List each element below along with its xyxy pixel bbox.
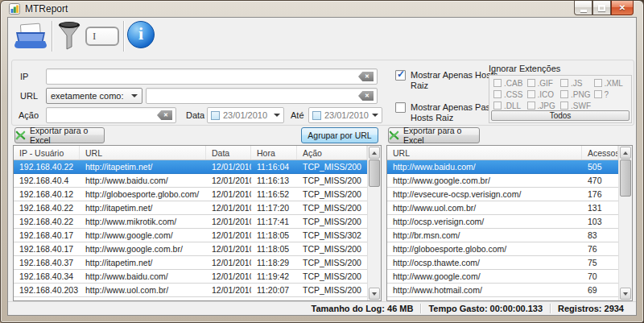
table-row[interactable]: 192.168.40.12http://globoesporte.globo.c…: [14, 188, 367, 201]
export-excel-right-button[interactable]: Exportar para o Excel: [388, 127, 480, 143]
checkbox-checked-icon: [395, 70, 406, 81]
table-cell: 11:16:04: [251, 160, 297, 173]
table-cell: http://itapetim.net/: [80, 160, 206, 173]
scrollbar-thumb[interactable]: [620, 159, 631, 197]
extension-checkbox-dll[interactable]: .DLL: [493, 101, 527, 110]
clear-acao-icon[interactable]: [157, 110, 172, 120]
extension-checkbox-other[interactable]: ?: [594, 89, 628, 99]
url-input[interactable]: [146, 88, 378, 104]
date-to-picker[interactable]: 23/01/2010: [308, 107, 382, 123]
table-row[interactable]: http://ocsp.verisign.com/103: [387, 215, 618, 229]
date-from-picker[interactable]: 23/01/2010: [207, 107, 284, 123]
extension-checkbox-cab[interactable]: .CAB: [493, 78, 527, 88]
minimize-button[interactable]: [574, 1, 592, 15]
table-cell: TCP_MISS/200: [297, 256, 367, 269]
column-header[interactable]: URL: [80, 146, 206, 159]
vertical-scrollbar[interactable]: [367, 146, 381, 300]
table-row[interactable]: http://www.google.com/70: [387, 270, 618, 284]
extension-checkbox-xml[interactable]: .XML: [594, 78, 628, 88]
table-cell: 11:18:05: [251, 229, 297, 242]
table-cell: 75: [582, 256, 618, 269]
table-row[interactable]: 192.168.40.203http://www.uol.com.br/12/0…: [14, 284, 367, 297]
scrollbar-thumb[interactable]: [369, 159, 380, 187]
table-row[interactable]: 192.168.40.203http://www.uol.com.br/12/0…: [14, 297, 367, 300]
open-log-icon[interactable]: [13, 21, 48, 52]
table-cell: TCP_MISS/302: [297, 229, 367, 242]
close-button[interactable]: [611, 1, 634, 15]
table-cell: TCP_MISS/200: [297, 160, 367, 173]
column-header[interactable]: Acessos: [582, 146, 618, 159]
extension-checkbox-css[interactable]: .CSS: [493, 89, 527, 99]
extension-label: ?: [605, 90, 609, 99]
column-header[interactable]: Hora: [251, 146, 297, 159]
table-row[interactable]: 192.168.40.22http://itapetim.net/12/01/2…: [14, 160, 367, 174]
date-checkbox-icon[interactable]: [312, 111, 321, 120]
checkbox-unchecked-icon: [560, 101, 568, 110]
ip-input[interactable]: [46, 68, 378, 85]
clear-url-icon[interactable]: [358, 91, 374, 101]
date-checkbox-icon[interactable]: [211, 111, 220, 120]
vertical-scrollbar[interactable]: [618, 146, 632, 300]
date-from-value: 23/01/2010: [223, 110, 270, 120]
todos-button[interactable]: Todos: [491, 110, 630, 121]
ip-label: IP: [20, 72, 28, 81]
toolbar-separator: [123, 21, 124, 52]
column-header[interactable]: IP - Usuário: [14, 146, 80, 159]
extension-checkbox-js[interactable]: .JS: [560, 78, 594, 88]
export-excel-right-label: Exportar para o Excel: [403, 126, 479, 145]
table-cell: 192.168.40.203: [14, 297, 80, 300]
table-row[interactable]: 192.168.40.34http://www.baidu.com/12/01/…: [14, 270, 367, 284]
clear-ip-icon[interactable]: [358, 72, 374, 81]
acao-input[interactable]: [46, 107, 176, 123]
extension-checkbox-png[interactable]: .PNG: [560, 89, 594, 99]
checkbox-unchecked-icon: [560, 79, 568, 87]
column-header[interactable]: URL: [387, 146, 582, 159]
table-cell: TCP_MISS/200: [297, 188, 367, 201]
info-icon[interactable]: [127, 21, 155, 48]
maximize-button[interactable]: [592, 1, 611, 15]
table-row[interactable]: 192.168.40.22http://itapetim.net/12/01/2…: [14, 201, 367, 215]
table-row[interactable]: http://www.uol.com.br/131: [387, 201, 618, 215]
table-row[interactable]: http://www.hotmail.com/69: [387, 284, 618, 297]
extension-checkbox-swf[interactable]: .SWF: [560, 101, 594, 110]
table-row[interactable]: http://evsecure-ocsp.verisign.com/176: [387, 188, 618, 201]
titlebar[interactable]: MTReport: [1, 1, 643, 17]
table-row[interactable]: http://www.baidu.com/505: [387, 160, 618, 174]
table-cell: 192.168.40.4: [14, 174, 80, 187]
extension-checkbox-jpg[interactable]: .JPG: [527, 101, 561, 110]
group-by-url-button[interactable]: Agrupar por URL: [301, 127, 378, 143]
table-cell: 70: [582, 270, 618, 283]
extension-checkbox-ico[interactable]: .ICO: [527, 89, 561, 99]
table-cell: http://www.google.com.br/: [387, 174, 582, 187]
export-excel-left-button[interactable]: Exportar para o Excel: [14, 127, 105, 143]
table-cell: 69: [582, 284, 618, 296]
app-icon: [9, 3, 20, 14]
table-row[interactable]: 192.168.40.17http://www.google.com.br/12…: [14, 242, 367, 256]
filter-funnel-icon[interactable]: [56, 21, 82, 52]
scroll-up-icon[interactable]: [620, 147, 631, 159]
table-row[interactable]: 192.168.40.37http://itapetim.net/12/01/2…: [14, 256, 367, 270]
table-row[interactable]: http://www.msn.com/66: [387, 297, 618, 300]
column-header[interactable]: Data: [206, 146, 251, 159]
extension-label: .CSS: [504, 90, 522, 99]
scroll-down-icon[interactable]: [620, 288, 631, 300]
scroll-up-icon[interactable]: [369, 147, 380, 159]
table-cell: 83: [582, 229, 618, 242]
table-row[interactable]: http://br.msn.com/83: [387, 229, 618, 242]
text-field-icon[interactable]: [85, 27, 119, 46]
extension-checkbox-gif[interactable]: .GIF: [527, 78, 561, 88]
table-row[interactable]: http://www.google.com.br/470: [387, 174, 618, 188]
scroll-down-icon[interactable]: [369, 288, 380, 300]
extension-label: .JPG: [538, 101, 555, 110]
column-header[interactable]: Ação: [297, 146, 367, 159]
table-row[interactable]: 192.168.40.4http://www.baidu.com/12/01/2…: [14, 174, 367, 188]
table-cell: http://www.google.com/: [80, 229, 206, 242]
table-cell: http://www.mikrotik.com/: [80, 215, 206, 228]
table-row[interactable]: http://ocsp.thawte.com/75: [387, 256, 618, 270]
table-cell: 12/01/2010: [206, 229, 251, 242]
url-match-mode-select[interactable]: exetamente como:: [46, 88, 142, 104]
table-row[interactable]: 192.168.40.22http://www.mikrotik.com/12/…: [14, 215, 367, 229]
table-row[interactable]: http://globoesporte.globo.com/76: [387, 242, 618, 256]
table-row[interactable]: 192.168.40.17http://www.google.com/12/01…: [14, 229, 367, 242]
table-cell: TCP_MISS/200: [297, 174, 367, 187]
